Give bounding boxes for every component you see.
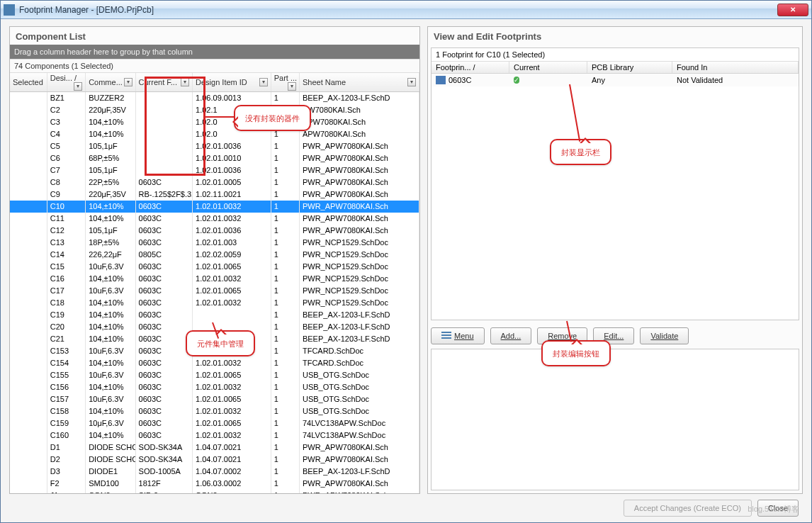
table-row[interactable]: C1710uF,6.3V0603C1.02.01.00651PWR_NCP152… (10, 285, 419, 297)
table-row[interactable]: D1DIODE SCHCSOD-SK34A1.04.07.00211PWR_AP… (10, 442, 419, 454)
filter-dropdown-icon[interactable]: ▾ (181, 78, 189, 86)
filter-dropdown-icon[interactable]: ▾ (407, 78, 416, 86)
table-row[interactable]: C14226,22μF0805C1.02.02.00591PWR_NCP1529… (10, 249, 419, 261)
validate-button[interactable]: Validate (640, 327, 689, 344)
table-row[interactable]: C158104,±10%0603C1.02.01.00321USB_OTG.Sc… (10, 405, 419, 417)
col-pcb-library[interactable]: PCB Library (587, 62, 672, 73)
table-row[interactable]: C15310uF,6.3V0603C1TFCARD.SchDoc (10, 345, 419, 357)
close-icon[interactable]: ✕ (777, 4, 808, 16)
footprint-icon (436, 76, 446, 84)
table-row[interactable]: C156104,±10%0603C1.02.01.00321USB_OTG.Sc… (10, 381, 419, 393)
table-row[interactable]: C18104,±10%0603C1.02.01.00321PWR_NCP1529… (10, 297, 419, 309)
col-header[interactable]: Sheet Name▾ (299, 73, 419, 92)
menu-icon (441, 332, 451, 340)
right-pane-title: View and Edit Footprints (428, 27, 802, 45)
table-row[interactable]: C1510uF,6.3V0603C1.02.01.00651PWR_NCP152… (10, 261, 419, 273)
table-row[interactable]: C5105,1μF1.02.01.00361PWR_APW7080KAI.Sch (10, 140, 419, 152)
component-grid[interactable]: SelectedDesi... /▾Comme...▾Current F...▾… (10, 73, 419, 493)
filter-dropdown-icon[interactable]: ▾ (74, 82, 82, 91)
table-row[interactable]: C7105,1μF1.02.01.00361PWR_APW7080KAI.Sch (10, 164, 419, 176)
footprint-headers[interactable]: Footprin... / Current PCB Library Found … (432, 62, 799, 74)
col-header[interactable]: Comme...▾ (86, 73, 135, 92)
table-row[interactable]: C21104,±10%0603C1BEEP_AX-1203-LF.SchD (10, 333, 419, 345)
table-row[interactable]: C10104,±10%0603C1.02.01.00321PWR_APW7080… (10, 201, 419, 213)
table-row[interactable]: C19104,±10%0603C1BEEP_AX-1203-LF.SchD (10, 309, 419, 321)
group-by-bar[interactable]: Drag a column header here to group by th… (10, 45, 419, 59)
table-row[interactable]: C154104,±10%0603C1.02.01.00321TFCARD.Sch… (10, 357, 419, 369)
col-footprint[interactable]: Footprin... / (432, 62, 509, 73)
table-row[interactable]: C16104,±10%0603C1.02.01.00321PWR_NCP1529… (10, 273, 419, 285)
col-header[interactable]: Desi... /▾ (47, 73, 85, 92)
component-list-pane: Component List Drag a column header here… (9, 26, 420, 494)
table-row[interactable]: C15910μF,6.3V0603C1.02.01.0065174LVC138A… (10, 417, 419, 429)
table-row[interactable]: C3104,±10%1.02.01APW7080KAI.Sch (10, 116, 419, 128)
table-row[interactable]: J1CON2SIP-2CON21PWR_APW7080KAI.Sch (10, 490, 419, 494)
table-row[interactable]: C2220μF,35V1.02.11PW7080KAI.Sch (10, 104, 419, 116)
menu-button[interactable]: Menu (431, 327, 485, 344)
watermark: blog.51cto博客 (748, 504, 799, 514)
table-row[interactable]: C15510uF,6.3V0603C1.02.01.00651USB_OTG.S… (10, 369, 419, 381)
footprint-lib: Any (592, 76, 677, 84)
table-row[interactable]: C1318P,±5%0603C1.02.01.0031PWR_NCP1529.S… (10, 237, 419, 249)
col-found-in[interactable]: Found In (672, 62, 799, 73)
window: Footprint Manager - [DEMO.PrjPcb] ✕ Comp… (0, 0, 812, 523)
window-title: Footprint Manager - [DEMO.PrjPcb] (19, 5, 154, 15)
table-row[interactable]: D3DIODE1SOD-1005A1.04.07.00021BEEP_AX-12… (10, 466, 419, 478)
table-row[interactable]: C12105,1μF0603C1.02.01.00361PWR_APW7080K… (10, 225, 419, 237)
col-header[interactable]: Part ...▾ (271, 73, 299, 92)
filter-dropdown-icon[interactable]: ▾ (288, 82, 296, 91)
footprint-count: 1 Footprint for C10 (1 Selected) (432, 48, 799, 62)
table-row[interactable]: F2SMD1001812F1.06.03.00021PWR_APW7080KAI… (10, 478, 419, 490)
table-row[interactable]: C4104,±10%1.02.01APW7080KAI.Sch (10, 128, 419, 140)
table-row[interactable]: BZ1BUZZER21.06.09.00131BEEP_AX-1203-LF.S… (10, 92, 419, 104)
edit-button[interactable]: Edit... (593, 327, 634, 344)
filter-dropdown-icon[interactable]: ▾ (124, 78, 132, 86)
footprint-found: Not Validated (677, 76, 794, 84)
footprint-preview (431, 349, 799, 490)
table-row[interactable]: C9220μF,35VRB-.125$2F$.321.02.11.00211PW… (10, 189, 419, 201)
table-row[interactable]: C20104,±10%0603C1BEEP_AX-1203-LF.SchD (10, 321, 419, 333)
col-header[interactable]: Selected (10, 73, 47, 92)
app-icon (4, 4, 15, 16)
titlebar[interactable]: Footprint Manager - [DEMO.PrjPcb] ✕ (1, 1, 811, 19)
left-pane-title: Component List (10, 27, 419, 45)
footprint-list: 1 Footprint for C10 (1 Selected) Footpri… (431, 47, 799, 320)
footprint-name: 0603C (449, 76, 471, 84)
check-icon: ✓ (514, 77, 519, 84)
table-row[interactable]: D2DIODE SCHCSOD-SK34A1.04.07.00211PWR_AP… (10, 454, 419, 466)
table-row[interactable]: C160104,±10%0603C1.02.01.0032174LVC138AP… (10, 429, 419, 442)
footprint-row[interactable]: 0603C ✓ Any Not Validated (432, 74, 799, 86)
remove-button[interactable]: Remove (537, 327, 587, 344)
table-row[interactable]: C15710uF,6.3V0603C1.02.01.00651USB_OTG.S… (10, 393, 419, 405)
table-row[interactable]: C822P,±5%0603C1.02.01.00051PWR_APW7080KA… (10, 176, 419, 189)
footprint-pane: View and Edit Footprints 1 Footprint for… (427, 26, 803, 494)
client-area: Component List Drag a column header here… (1, 19, 811, 522)
dialog-buttons: Accept Changes (Create ECO) Close (9, 500, 803, 517)
filter-dropdown-icon[interactable]: ▾ (259, 78, 268, 86)
col-current[interactable]: Current (509, 62, 587, 73)
table-row[interactable]: C668P,±5%1.02.01.00101PWR_APW7080KAI.Sch (10, 152, 419, 164)
component-count: 74 Components (1 Selected) (10, 59, 419, 73)
accept-changes-button: Accept Changes (Create ECO) (624, 500, 752, 517)
col-header[interactable]: Design Item ID▾ (193, 73, 271, 92)
table-row[interactable]: C11104,±10%0603C1.02.01.00321PWR_APW7080… (10, 213, 419, 225)
col-header[interactable]: Current F...▾ (135, 73, 192, 92)
add-button[interactable]: Add... (490, 327, 532, 344)
footprint-buttons: Menu Add... Remove Edit... Validate (428, 323, 802, 349)
